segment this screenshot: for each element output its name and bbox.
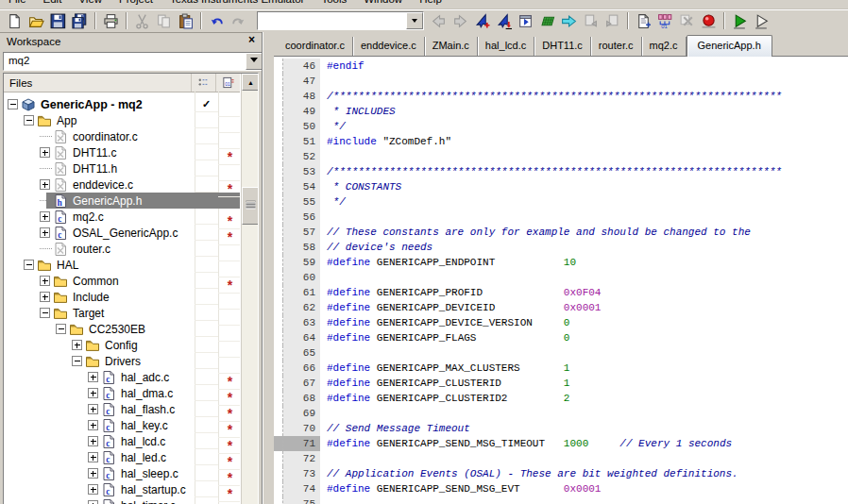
code-line[interactable]: 73// Application Events (OSAL) - These a… [274,466,848,481]
code-line[interactable]: 59#define GENERICAPP_ENDPOINT 10 [274,255,848,270]
collapse-icon[interactable] [56,324,66,334]
code-line[interactable]: 52 [274,149,848,164]
code-line[interactable]: 58// device's needs [274,240,848,255]
breakpoint-margin[interactable] [274,481,283,496]
tree-item-hal-key-c[interactable]: chal_key.c* [4,417,240,433]
tab-router-c[interactable]: router.c [591,37,642,56]
tree-item-hal-flash-c[interactable]: chal_flash.c* [4,401,240,417]
expand-icon[interactable] [40,211,50,222]
expand-icon[interactable] [40,179,50,190]
scrollbar-thumb[interactable] [242,187,259,225]
tab-enddevice-c[interactable]: enddevice.c [353,37,425,56]
tree-item-genericapp-h[interactable]: hGenericApp.h [4,193,240,209]
breakpoint-margin[interactable] [274,376,283,391]
code-line[interactable]: 68#define GENERICAPP_CLUSTERID2 2 [274,391,848,406]
breakpoint-margin[interactable] [274,285,283,300]
code-line[interactable]: 60 [274,270,848,285]
expand-icon[interactable] [88,500,98,504]
scroll-up-button[interactable]: ▲ [242,74,259,91]
breakpoint-margin[interactable] [274,330,283,345]
code-line[interactable]: 71#define GENERICAPP_SEND_MSG_TIMEOUT 10… [274,436,848,451]
breakpoint-margin[interactable] [274,74,283,89]
expand-icon[interactable] [88,436,98,446]
expand-icon[interactable] [72,340,82,350]
code-line[interactable]: 64#define GENERICAPP_FLAGS 0 [274,330,848,345]
expand-icon[interactable] [40,227,50,238]
code-line[interactable]: 66#define GENERICAPP_MAX_CLUSTERS 1 [274,361,848,376]
find-combo[interactable] [257,11,424,30]
files-column-header[interactable]: Files 01 [4,74,240,92]
make-button[interactable] [536,11,558,31]
code-line[interactable]: 65 [274,345,848,361]
breakpoint-margin[interactable] [274,149,283,164]
breakpoint-margin[interactable] [274,104,283,119]
menu-help[interactable]: Help [411,0,450,8]
tree-item-hal-lcd-c[interactable]: chal_lcd.c* [4,433,240,449]
tab-genericapp-h[interactable]: GenericApp.h [687,35,772,57]
breakpoint-margin[interactable] [274,391,283,406]
undo-button[interactable] [206,11,228,31]
code-line[interactable]: 56 [274,210,848,225]
code-line[interactable]: 67#define GENERICAPP_CLUSTERID 1 [274,376,848,391]
compile-button[interactable] [558,11,580,31]
breakpoint-margin[interactable] [274,164,283,179]
breakpoint-margin[interactable] [274,300,283,315]
expand-icon[interactable] [88,484,98,495]
collapse-icon[interactable] [40,308,50,318]
collapse-icon[interactable] [72,356,82,366]
code-line[interactable]: 75 [274,496,848,504]
code-line[interactable]: 57// These constants are only for exampl… [274,225,848,240]
code-line[interactable]: 54 * CONSTANTS [274,179,848,194]
breakpoint-margin[interactable] [274,406,283,421]
tab-hal-lcd-c[interactable]: hal_lcd.c [478,37,534,56]
code-line[interactable]: 74#define GENERICAPP_SEND_MSG_EVT 0x0001 [274,481,848,496]
tab-zmain-c[interactable]: ZMain.c [425,37,478,56]
breakpoint-margin[interactable] [274,496,283,504]
tree-item-hal[interactable]: HAL [4,257,240,273]
tree-item-app[interactable]: App [4,112,240,128]
config-dropdown-button[interactable] [246,53,263,70]
expand-icon[interactable] [88,388,98,398]
breakpoint-margin[interactable] [274,225,283,240]
code-line[interactable]: 70// Send Message Timeout [274,421,848,436]
breakpoint-margin[interactable] [274,134,283,149]
tree-item-hal-timer-c[interactable]: chal_timer.c* [4,497,240,504]
breakpoint-margin[interactable] [274,421,283,436]
expand-icon[interactable] [88,420,98,430]
ti-emulator-button[interactable] [698,11,720,31]
download-and-debug-button[interactable] [729,11,751,31]
tree-item-mq2-c[interactable]: cmq2.c* [4,209,240,225]
tree-item-target[interactable]: Target [4,305,240,321]
code-line[interactable]: 46#endif [274,59,848,74]
expand-icon[interactable] [40,292,50,302]
code-line[interactable]: 72 [274,451,848,466]
toggle-bookmark-button[interactable] [471,11,493,31]
tree-item-hal-sleep-c[interactable]: chal_sleep.c* [4,465,240,481]
tree-item-genericapp-mq2[interactable]: GenericApp - mq2✓ [4,96,240,112]
breakpoint-margin[interactable] [274,59,283,74]
code-line[interactable]: 53/*************************************… [274,164,848,179]
breakpoint-margin[interactable] [274,179,283,194]
goto-bookmark-button[interactable] [493,11,515,31]
code-editor[interactable]: 46#endif4748/***************************… [274,56,848,504]
workspace-config-selector[interactable]: mq2 [3,52,263,71]
expand-icon[interactable] [88,372,98,382]
code-line[interactable]: 69 [274,406,848,421]
breakpoint-margin[interactable] [274,255,283,270]
breakpoint-margin[interactable] [274,89,283,104]
download-code-button[interactable]: 01 [654,11,676,31]
new-file-button[interactable] [4,11,25,31]
code-line[interactable]: 51#include "ZComDef.h" [274,134,848,149]
open-watch-window-button[interactable] [515,11,536,31]
tree-item-dht11-h[interactable]: DHT11.h [4,160,240,176]
menu-texas-instruments-emulator[interactable]: Texas Instruments Emulator [161,0,314,8]
print-button[interactable] [100,11,122,31]
find-combo-dropdown-button[interactable] [406,12,423,29]
expand-icon[interactable] [88,468,98,479]
breakpoint-margin[interactable] [274,240,283,255]
code-line[interactable]: 55 */ [274,194,848,210]
tree-item-cc2530eb[interactable]: CC2530EB [4,321,240,337]
breakpoint-margin[interactable] [274,315,283,330]
tree-item-config[interactable]: Config [4,337,240,353]
collapse-icon[interactable] [24,115,34,126]
